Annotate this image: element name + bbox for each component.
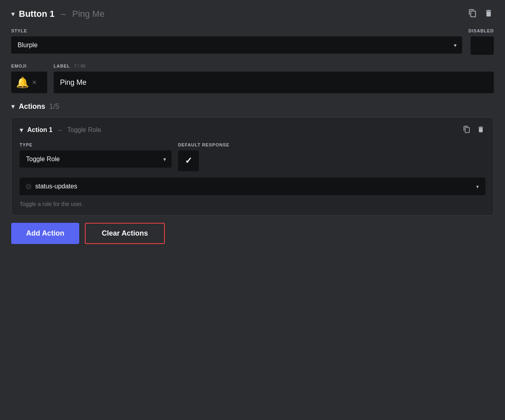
style-select[interactable]: Blurple Grey Green Red	[11, 36, 462, 54]
role-select-row: status-updates ▾	[20, 178, 485, 195]
disabled-section: DISABLED	[469, 28, 494, 55]
action-delete-button[interactable]	[476, 125, 485, 135]
actions-count: 1/5	[49, 102, 59, 111]
disabled-toggle[interactable]	[471, 36, 494, 55]
emoji-header-label: EMOJI	[11, 64, 27, 68]
label-input[interactable]	[54, 72, 494, 93]
type-label: TYPE	[20, 142, 172, 147]
actions-chevron-icon[interactable]: ▾	[11, 102, 15, 111]
header-icons	[467, 8, 494, 20]
actions-section-header[interactable]: ▾ Actions 1/5	[11, 102, 494, 111]
label-header-label: LABEL	[54, 64, 70, 68]
main-panel: ▾ Button 1 – Ping Me STYLE Blurple	[0, 0, 505, 256]
disabled-label: DISABLED	[469, 28, 494, 33]
emoji-clear-icon[interactable]: ✕	[32, 80, 37, 85]
action-separator: –	[58, 126, 62, 134]
emoji-label-row: EMOJI 🔔 ✕ LABEL 7 / 80	[11, 64, 494, 93]
copy-icon	[468, 9, 477, 18]
label-input-section: LABEL 7 / 80	[54, 64, 494, 93]
style-section: STYLE Blurple Grey Green Red ▾	[11, 28, 462, 54]
header-separator: –	[61, 9, 66, 19]
collapse-chevron-icon[interactable]: ▾	[11, 10, 15, 18]
action-hint: Toggle a role for the user.	[20, 201, 485, 207]
action-trash-icon	[477, 126, 485, 133]
clear-actions-button[interactable]: Clear Actions	[85, 223, 165, 244]
style-select-wrapper: Blurple Grey Green Red ▾	[11, 36, 462, 54]
button-title: Button 1	[19, 9, 54, 19]
role-dot-icon	[26, 184, 31, 189]
action-copy-button[interactable]	[462, 125, 471, 135]
response-label: DEFAULT RESPONSE	[178, 142, 229, 147]
action-header: ▾ Action 1 – Toggle Role	[20, 125, 485, 135]
emoji-label-headers: EMOJI	[11, 64, 47, 68]
trash-icon	[484, 9, 493, 18]
actions-title: Actions	[19, 102, 45, 111]
type-select[interactable]: Toggle Role Add Role Remove Role Send Me…	[20, 150, 172, 168]
emoji-box[interactable]: 🔔 ✕	[11, 72, 47, 93]
copy-button[interactable]	[467, 8, 478, 20]
header-left: ▾ Button 1 – Ping Me	[11, 9, 104, 19]
emoji-section: EMOJI 🔔 ✕	[11, 64, 47, 93]
emoji-value: 🔔	[16, 76, 29, 89]
default-response-checkbox[interactable]: ✓	[178, 150, 199, 171]
checkmark-icon: ✓	[185, 156, 192, 166]
bottom-buttons: Add Action Clear Actions	[11, 223, 494, 244]
role-select-field[interactable]: status-updates ▾	[20, 178, 485, 195]
style-disabled-row: STYLE Blurple Grey Green Red ▾ DISABLED	[11, 28, 494, 55]
action-subtitle: Toggle Role	[67, 126, 101, 134]
action-copy-icon	[463, 126, 471, 133]
action-icons	[462, 125, 485, 135]
type-section: TYPE Toggle Role Add Role Remove Role Se…	[20, 142, 172, 168]
response-section: DEFAULT RESPONSE ✓	[178, 142, 229, 171]
role-chevron-icon: ▾	[476, 184, 479, 190]
button-subtitle: Ping Me	[72, 9, 104, 19]
add-action-button[interactable]: Add Action	[11, 223, 79, 244]
action-chevron-icon[interactable]: ▾	[20, 126, 23, 134]
style-label: STYLE	[11, 28, 462, 33]
role-name: status-updates	[35, 183, 472, 190]
header-row: ▾ Button 1 – Ping Me	[11, 8, 494, 20]
action-header-left: ▾ Action 1 – Toggle Role	[20, 126, 101, 134]
action-title: Action 1	[27, 126, 52, 134]
type-response-row: TYPE Toggle Role Add Role Remove Role Se…	[20, 142, 485, 171]
type-select-wrapper: Toggle Role Add Role Remove Role Send Me…	[20, 150, 172, 168]
label-char-count: 7 / 80	[74, 64, 86, 68]
action-card: ▾ Action 1 – Toggle Role	[11, 117, 494, 216]
delete-button[interactable]	[483, 8, 494, 20]
